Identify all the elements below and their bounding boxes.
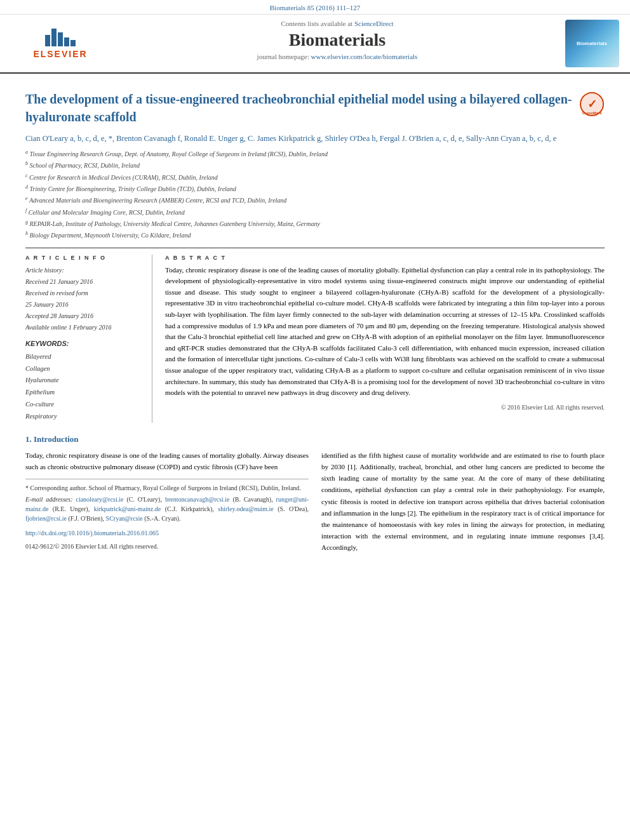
- header-left: ELSEVIER: [6, 20, 114, 67]
- keyword-epithelium: Epithelium: [25, 387, 152, 399]
- intro-number: 1.: [25, 434, 32, 444]
- elsevier-tree-icon: [45, 29, 76, 46]
- introduction-section: 1. Introduction Today, chronic respirato…: [25, 434, 605, 553]
- tree-bar-2: [51, 29, 57, 46]
- page-wrapper: Biomaterials 85 (2016) 111–127 ELSEVIER …: [0, 0, 630, 561]
- elsevier-wordmark: ELSEVIER: [33, 49, 87, 59]
- doi-link[interactable]: http://dx.doi.org/10.1016/j.biomaterials…: [25, 530, 159, 537]
- keywords-section: Keywords: Bilayered Collagen Hyaluronate…: [25, 340, 152, 423]
- intro-left-col: Today, chronic respiratory disease is on…: [25, 450, 309, 553]
- info-abstract-columns: A R T I C L E I N F O Article history: R…: [25, 255, 605, 423]
- keyword-respiratory: Respiratory: [25, 411, 152, 423]
- intro-left-text: Today, chronic respiratory disease is on…: [25, 450, 309, 472]
- svg-text:✓: ✓: [587, 98, 597, 110]
- divider-1: [25, 248, 605, 248]
- tree-bar-5: [70, 40, 76, 46]
- tree-bar-4: [64, 37, 69, 46]
- intro-two-col: Today, chronic respiratory disease is on…: [25, 450, 605, 553]
- email-kirkpatrick[interactable]: kirkpatrick@uni-mainz.de: [94, 505, 161, 512]
- article-history-block: Article history: Received 21 January 201…: [25, 265, 152, 333]
- keyword-coculture: Co-culture: [25, 399, 152, 411]
- header-center: Contents lists available at ScienceDirec…: [114, 20, 560, 67]
- homepage-link[interactable]: www.elsevier.com/locate/biomaterials: [311, 53, 418, 60]
- tree-bar-1: [45, 35, 50, 46]
- intro-right-text: identified as the fifth highest cause of…: [321, 450, 605, 553]
- affiliation-e: e Advanced Materials and Bioengineering …: [25, 195, 605, 206]
- footnotes-block: * Corresponding author. School of Pharma…: [25, 479, 309, 552]
- email-obrien[interactable]: fjobrien@rcsi.ie: [25, 515, 67, 522]
- issn-line: 0142-9612/© 2016 Elsevier Ltd. All right…: [25, 542, 309, 552]
- abstract-heading: A B S T R A C T: [165, 255, 605, 261]
- article-info-heading: A R T I C L E I N F O: [25, 255, 152, 261]
- affiliation-h: h Biology Department, Maynooth Universit…: [25, 230, 605, 241]
- footnote-email: E-mail addresses: cianoleary@rcsi.ie (C.…: [25, 495, 309, 523]
- svg-text:CrossMark: CrossMark: [582, 111, 602, 115]
- affiliation-a: a Tissue Engineering Research Group, Dep…: [25, 149, 605, 159]
- received-revised-date: 25 January 2016: [25, 299, 152, 310]
- abstract-text: Today, chronic respiratory disease is on…: [165, 265, 605, 413]
- authors-line: Cian O'Leary a, b, c, d, e, *, Brenton C…: [25, 132, 605, 145]
- citation-text: Biomaterials 85 (2016) 111–127: [270, 4, 360, 11]
- keyword-hyaluronate: Hyaluronate: [25, 375, 152, 387]
- article-info-col: A R T I C L E I N F O Article history: R…: [25, 255, 152, 423]
- affiliation-c: c Centre for Research in Medical Devices…: [25, 172, 605, 183]
- email-cavanagh[interactable]: brentoncanavagh@rcsi.ie: [165, 496, 230, 503]
- received-revised-label: Received in revised form: [25, 288, 152, 299]
- keyword-bilayered: Bilayered: [25, 351, 152, 363]
- crossmark-icon: ✓ CrossMark: [579, 91, 605, 117]
- accepted-date: Accepted 28 January 2016: [25, 310, 152, 322]
- intro-section-title: 1. Introduction: [25, 434, 605, 444]
- abstract-col: A B S T R A C T Today, chronic respirato…: [165, 255, 605, 423]
- article-title-text: The development of a tissue-engineered t…: [25, 90, 573, 126]
- top-bar: Biomaterials 85 (2016) 111–127: [0, 0, 630, 15]
- elsevier-logo: ELSEVIER: [33, 29, 87, 59]
- affiliation-b: b School of Pharmacy, RCSI, Dublin, Irel…: [25, 160, 605, 171]
- affiliation-d: d Trinity Centre for Bioengineering, Tri…: [25, 183, 605, 194]
- affiliation-g: g REPAIR-Lab, Institute of Pathology, Un…: [25, 218, 605, 229]
- email-cryan[interactable]: SCryan@rcsie: [106, 515, 143, 522]
- journal-homepage: journal homepage: www.elsevier.com/locat…: [121, 53, 554, 60]
- footnote-corresponding: * Corresponding author. School of Pharma…: [25, 483, 309, 493]
- contents-text: Contents lists available at: [281, 20, 352, 27]
- article-title-block: The development of a tissue-engineered t…: [25, 90, 605, 126]
- intro-right-col: identified as the fifth highest cause of…: [321, 450, 605, 553]
- intro-title: Introduction: [34, 434, 79, 444]
- received-date: Received 21 January 2016: [25, 276, 152, 288]
- keyword-collagen: Collagen: [25, 363, 152, 375]
- homepage-label: journal homepage:: [257, 53, 309, 60]
- tree-bar-3: [58, 32, 63, 46]
- keywords-label: Keywords:: [25, 340, 152, 347]
- email-odea[interactable]: shirley.odea@nuim.ie: [218, 505, 273, 512]
- journal-title-header: Biomaterials: [121, 30, 554, 50]
- sciencedirect-link[interactable]: ScienceDirect: [354, 20, 394, 27]
- history-label: Article history:: [25, 265, 152, 276]
- header-section: ELSEVIER Contents lists available at Sci…: [0, 15, 630, 74]
- sciencedirect-line: Contents lists available at ScienceDirec…: [121, 20, 554, 27]
- copyright-text: © 2016 Elsevier Ltd. All rights reserved…: [165, 403, 605, 413]
- affiliation-f: f Cellular and Molecular Imaging Core, R…: [25, 207, 605, 218]
- biomaterials-logo-image: Biomaterials: [565, 20, 619, 67]
- available-date: Available online 1 February 2016: [25, 322, 152, 333]
- main-content: The development of a tissue-engineered t…: [0, 74, 630, 561]
- authors-text: Cian O'Leary a, b, c, d, e, *, Brenton C…: [25, 134, 556, 143]
- email-links[interactable]: cianoleary@rcsi.ie: [76, 496, 123, 503]
- doi-line: http://dx.doi.org/10.1016/j.biomaterials…: [25, 528, 309, 539]
- affiliations-block: a Tissue Engineering Research Group, Dep…: [25, 149, 605, 241]
- email-label: E-mail addresses:: [25, 496, 73, 503]
- abstract-body: Today, chronic respiratory disease is on…: [165, 266, 605, 397]
- header-right: Biomaterials: [560, 20, 624, 67]
